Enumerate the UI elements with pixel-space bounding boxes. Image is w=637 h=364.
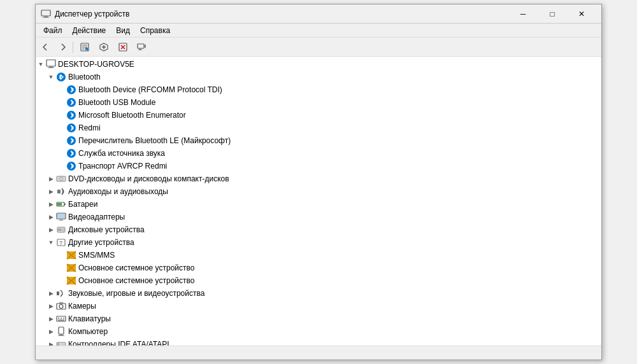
- tree-item[interactable]: Основное системное устройство: [36, 274, 601, 287]
- collapse-button[interactable]: ▼: [46, 237, 56, 248]
- tree-item[interactable]: ▶Дисковые устройства: [36, 223, 601, 236]
- tree-item[interactable]: ▶Звуковые, игровые и видеоустройства: [36, 287, 601, 300]
- camera-icon: [56, 301, 66, 311]
- tree-item[interactable]: ▶Камеры: [36, 300, 601, 312]
- tree-item-label: Перечислитель Bluetooth LE (Майкрософт): [78, 136, 231, 145]
- tree-item[interactable]: Транспорт AVRCP Redmi: [36, 160, 601, 172]
- tree-item-label: Компьютер: [68, 327, 108, 336]
- svg-rect-62: [58, 319, 59, 321]
- minimize-button[interactable]: ─: [508, 4, 538, 24]
- tree-item-label: Транспорт AVRCP Redmi: [78, 162, 167, 171]
- svg-point-25: [67, 123, 76, 132]
- device-tree[interactable]: ▼DESKTOP-UGROV5E▼BluetoothBluetooth Devi…: [36, 57, 601, 346]
- svg-text:?: ?: [59, 240, 62, 246]
- window-controls: ─ □ ✕: [508, 4, 596, 24]
- unknown-icon: [66, 276, 76, 286]
- tree-item-label: DVD-дисководы и дисководы компакт-дисков: [68, 174, 229, 183]
- tree-item-label: Звуковые, игровые и видеоустройства: [68, 289, 204, 298]
- svg-rect-16: [47, 60, 55, 66]
- device-manager-window: Диспетчер устройств ─ □ ✕ Файл Действие …: [35, 4, 602, 360]
- tree-item[interactable]: SMS/MMS: [36, 249, 601, 262]
- tree-item[interactable]: ▶Видеоадаптеры: [36, 211, 601, 223]
- tree-item[interactable]: Redmi: [36, 122, 601, 134]
- window-title: Диспетчер устройств: [55, 10, 129, 18]
- tree-item-label: Аудиовходы и аудиовыходы: [68, 187, 168, 196]
- tree-item-label: Основное системное устройство: [78, 263, 194, 272]
- svg-text:i: i: [86, 47, 87, 50]
- svg-rect-65: [59, 327, 64, 334]
- svg-rect-54: [57, 291, 59, 295]
- tree-item[interactable]: Microsoft Bluetooth Enumerator: [36, 109, 601, 122]
- tree-item[interactable]: ▶Компьютер: [36, 325, 601, 338]
- svg-point-26: [67, 136, 76, 145]
- tree-item[interactable]: ▼Bluetooth: [36, 71, 601, 83]
- tree-item[interactable]: Bluetooth USB Module: [36, 96, 601, 109]
- tree-item[interactable]: ▶Аудиовходы и аудиовыходы: [36, 185, 601, 198]
- menu-file[interactable]: Файл: [38, 25, 68, 36]
- menu-help[interactable]: Справка: [135, 25, 175, 36]
- bt-device-icon: [66, 161, 76, 171]
- keyboard-icon: [56, 314, 66, 324]
- tree-item[interactable]: Служба источника звука: [36, 147, 601, 160]
- tree-item[interactable]: Bluetooth Device (RFCOMM Protocol TDI): [36, 83, 601, 96]
- unknown-icon: [66, 250, 76, 260]
- tree-item[interactable]: Перечислитель Bluetooth LE (Майкрософт): [36, 134, 601, 147]
- svg-rect-13: [144, 45, 146, 48]
- tree-item[interactable]: ▶Батареи: [36, 198, 601, 211]
- unknown-icon: [66, 263, 76, 273]
- svg-rect-1: [44, 16, 48, 17]
- expand-button[interactable]: ▶: [46, 314, 56, 324]
- tree-item[interactable]: Основное системное устройство: [36, 262, 601, 274]
- bt-device-icon: [66, 85, 76, 95]
- other-icon: ?: [56, 237, 66, 248]
- collapse-button[interactable]: ▼: [46, 72, 56, 82]
- svg-rect-70: [60, 344, 65, 345]
- bt-device-icon: [66, 123, 76, 133]
- expand-button[interactable]: ▶: [46, 301, 56, 311]
- tree-item-label: Bluetooth: [68, 73, 101, 81]
- back-button[interactable]: [38, 40, 54, 54]
- tree-item-label: Служба источника звука: [78, 149, 165, 158]
- tree-item[interactable]: ▶Контроллеры IDE ATA/ATAPI: [36, 338, 601, 346]
- expand-button[interactable]: ▶: [46, 199, 56, 209]
- svg-rect-59: [58, 318, 59, 319]
- svg-rect-2: [43, 17, 49, 18]
- close-button[interactable]: ✕: [567, 4, 596, 24]
- svg-rect-41: [58, 228, 61, 231]
- svg-point-23: [67, 98, 76, 107]
- expand-button[interactable]: ▶: [46, 288, 56, 298]
- update-driver-button[interactable]: [95, 40, 113, 54]
- tree-item[interactable]: ▶Клавиатуры: [36, 312, 601, 325]
- expand-button[interactable]: ▶: [46, 326, 56, 337]
- svg-point-22: [67, 85, 76, 94]
- bt-device-icon: [66, 148, 76, 158]
- expand-button[interactable]: ▶: [46, 174, 56, 184]
- expand-button[interactable]: ▶: [46, 225, 56, 235]
- expand-button[interactable]: ▶: [46, 212, 56, 222]
- tree-item[interactable]: ▼?Другие устройства: [36, 236, 601, 249]
- toolbar-sep-1: [73, 41, 73, 53]
- properties-button[interactable]: i: [76, 40, 94, 54]
- svg-point-31: [61, 178, 62, 179]
- collapse-button[interactable]: ▼: [36, 59, 46, 69]
- expand-button[interactable]: ▶: [46, 186, 56, 197]
- tree-item[interactable]: ▼DESKTOP-UGROV5E: [36, 58, 601, 71]
- display-icon: [56, 212, 66, 222]
- uninstall-button[interactable]: [114, 40, 132, 54]
- svg-rect-35: [57, 203, 62, 206]
- svg-point-28: [67, 162, 76, 171]
- scan-hardware-button[interactable]: [133, 40, 151, 54]
- svg-point-27: [67, 149, 76, 158]
- bt-device-icon: [66, 136, 76, 146]
- maximize-button[interactable]: □: [538, 4, 567, 24]
- tree-item[interactable]: ▶DVD-дисководы и дисководы компакт-диско…: [36, 172, 601, 185]
- expand-button[interactable]: ▶: [46, 339, 56, 346]
- toolbar: i: [36, 38, 601, 57]
- forward-button[interactable]: [55, 40, 70, 54]
- svg-rect-57: [59, 302, 63, 304]
- tree-item-label: Дисковые устройства: [68, 225, 145, 234]
- menu-action[interactable]: Действие: [68, 25, 111, 36]
- svg-point-56: [59, 305, 63, 309]
- svg-rect-64: [63, 319, 64, 321]
- menu-view[interactable]: Вид: [111, 25, 135, 36]
